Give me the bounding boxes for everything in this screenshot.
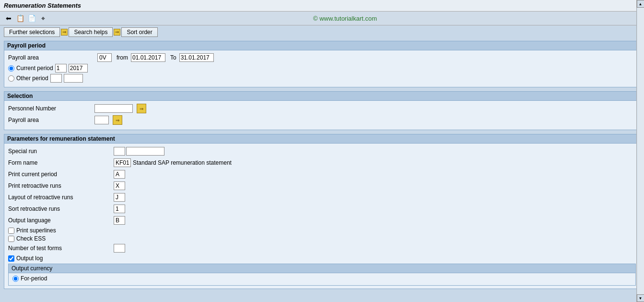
- sort-order-button[interactable]: Sort order: [121, 27, 157, 37]
- special-run-input1[interactable]: [114, 147, 125, 156]
- print-retroactive-value[interactable]: X: [114, 181, 125, 190]
- form-name-label: Form name: [8, 159, 114, 166]
- print-retroactive-label: Print retroactive runs: [8, 182, 114, 189]
- main-content: Payroll period Payroll area 0V from To C…: [0, 39, 644, 302]
- current-period-row: Current period: [8, 64, 636, 72]
- for-period-row: For-period: [12, 275, 632, 282]
- to-date-input[interactable]: [179, 53, 214, 62]
- selection-payroll-area-input[interactable]: [94, 116, 109, 124]
- payroll-area-label: Payroll area: [8, 54, 94, 61]
- other-period-radio[interactable]: [8, 75, 14, 82]
- output-log-row: Output log: [8, 255, 636, 262]
- from-label: from: [117, 54, 128, 61]
- other-period-num-input[interactable]: [50, 74, 62, 83]
- personnel-number-select-btn[interactable]: ⇒: [137, 104, 146, 113]
- watermark: © www.tutorialkart.com: [50, 15, 640, 22]
- print-superlines-row: Print superlines: [8, 227, 636, 234]
- layout-retroactive-value[interactable]: J: [114, 193, 125, 202]
- num-test-forms-row: Number of test forms: [8, 243, 636, 253]
- check-ess-row: Check ESS: [8, 235, 636, 242]
- num-test-forms-label: Number of test forms: [8, 245, 114, 252]
- parameters-section: Parameters for remuneration statement Sp…: [4, 134, 640, 289]
- print-current-row: Print current period A: [8, 169, 636, 179]
- payroll-area-select-btn[interactable]: ⇒: [113, 115, 122, 125]
- scrollbar-right[interactable]: ▲ ▼: [636, 0, 644, 302]
- other-period-year-input[interactable]: [64, 74, 83, 83]
- selection-section: Selection Personnel Number ⇒ Payroll are…: [4, 91, 640, 130]
- print-superlines-checkbox[interactable]: [8, 228, 14, 234]
- other-period-row: Other period: [8, 74, 636, 83]
- selection-header: Selection: [4, 92, 640, 101]
- output-language-row: Output language B: [8, 216, 636, 225]
- output-log-label: Output log: [16, 255, 43, 262]
- current-period-label: Current period: [16, 65, 53, 72]
- sort-retroactive-row: Sort retroactive runs 1: [8, 204, 636, 214]
- personnel-number-label: Personnel Number: [8, 105, 94, 112]
- selection-payroll-area-row: Payroll area ⇒: [8, 115, 636, 125]
- payroll-area-value[interactable]: 0V: [97, 53, 112, 62]
- current-period-radio[interactable]: [8, 65, 14, 72]
- sort-retroactive-value[interactable]: 1: [114, 205, 125, 213]
- output-currency-section: Output currency For-period: [8, 264, 636, 286]
- to-label: To: [170, 54, 176, 61]
- output-language-label: Output language: [8, 217, 114, 224]
- selection-body: Personnel Number ⇒ Payroll area ⇒: [4, 101, 640, 130]
- output-currency-body: For-period: [9, 273, 635, 285]
- selection-payroll-area-label: Payroll area: [8, 117, 94, 123]
- num-test-forms-input[interactable]: [114, 244, 125, 253]
- parameters-header: Parameters for remuneration statement: [4, 134, 640, 144]
- info-icon[interactable]: 📄: [27, 13, 36, 23]
- search-helps-arrow-icon: ⇒: [114, 29, 120, 36]
- scroll-up-btn[interactable]: ▲: [637, 0, 644, 8]
- forward-icon[interactable]: 📋: [15, 13, 25, 23]
- layout-retroactive-label: Layout of retroactive runs: [8, 194, 114, 201]
- from-date-input[interactable]: [131, 53, 165, 62]
- check-ess-label: Check ESS: [16, 235, 46, 242]
- scrollbar-track: [637, 8, 644, 294]
- for-period-radio[interactable]: [12, 276, 19, 282]
- nav-icon[interactable]: ⌖: [38, 13, 48, 23]
- payroll-period-header: Payroll period: [4, 41, 640, 50]
- form-name-description: Standard SAP remuneration statement: [133, 159, 232, 166]
- payroll-period-body: Payroll area 0V from To Current period O…: [4, 50, 640, 87]
- special-run-label: Special run: [8, 148, 114, 155]
- payroll-area-row: Payroll area 0V from To: [8, 53, 636, 62]
- print-retroactive-row: Print retroactive runs X: [8, 181, 636, 191]
- special-run-input2[interactable]: [126, 147, 164, 156]
- personnel-number-row: Personnel Number ⇒: [8, 104, 636, 113]
- toolbar: ⬅ 📋 📄 ⌖ © www.tutorialkart.com: [0, 12, 644, 25]
- print-superlines-label: Print superlines: [16, 227, 56, 234]
- output-log-checkbox[interactable]: [8, 255, 14, 262]
- form-name-value[interactable]: KF01: [114, 158, 131, 167]
- back-icon[interactable]: ⬅: [4, 13, 13, 23]
- further-selections-button[interactable]: Further selections: [4, 27, 60, 37]
- search-helps-button[interactable]: Search helps: [69, 27, 113, 37]
- scroll-down-btn[interactable]: ▼: [637, 294, 644, 302]
- check-ess-checkbox[interactable]: [8, 236, 14, 242]
- title-bar: Remuneration Statements: [0, 0, 644, 12]
- current-period-year-input[interactable]: [69, 64, 88, 72]
- button-bar: Further selections ⇒ Search helps ⇒ Sort…: [0, 25, 644, 39]
- further-selections-arrow-icon: ⇒: [61, 29, 68, 36]
- personnel-number-input[interactable]: [94, 104, 133, 113]
- page-title: Remuneration Statements: [4, 2, 81, 9]
- parameters-body: Special run Form name KF01 Standard SAP …: [4, 144, 640, 289]
- form-name-row: Form name KF01 Standard SAP remuneration…: [8, 158, 636, 168]
- layout-retroactive-row: Layout of retroactive runs J: [8, 193, 636, 202]
- output-currency-header: Output currency: [9, 264, 635, 273]
- sort-retroactive-label: Sort retroactive runs: [8, 205, 114, 212]
- print-current-value[interactable]: A: [114, 170, 125, 179]
- print-current-label: Print current period: [8, 171, 114, 178]
- output-language-value[interactable]: B: [114, 216, 125, 225]
- current-period-num-input[interactable]: [55, 64, 67, 72]
- special-run-row: Special run: [8, 146, 636, 156]
- other-period-label: Other period: [16, 75, 48, 82]
- for-period-label: For-period: [21, 275, 47, 282]
- payroll-period-section: Payroll period Payroll area 0V from To C…: [4, 41, 640, 87]
